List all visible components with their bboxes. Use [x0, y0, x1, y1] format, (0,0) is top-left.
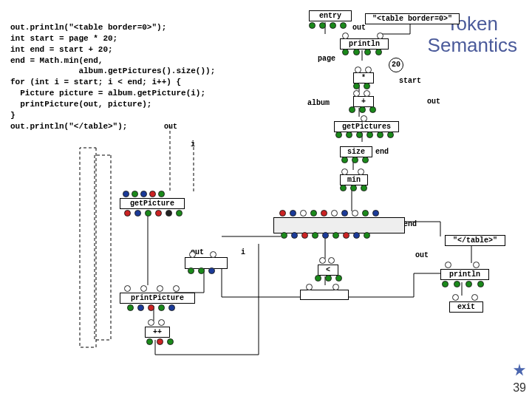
port-dot	[445, 262, 451, 268]
token-dot	[353, 83, 360, 89]
label-out-mid: out	[427, 98, 440, 106]
node-exit: exit	[449, 301, 483, 313]
token-dot	[123, 191, 129, 197]
port-dot	[306, 284, 313, 290]
token-dot	[208, 267, 215, 274]
token-dot	[312, 232, 318, 239]
node-pp: ++	[145, 327, 170, 338]
token-dot	[356, 132, 363, 138]
label-i2: i	[241, 248, 245, 256]
node-entry: entry	[309, 10, 352, 21]
token-dot	[343, 232, 349, 239]
label-start: start	[399, 77, 421, 85]
token-dot	[340, 185, 347, 191]
port-dot	[157, 285, 163, 292]
port-dot	[377, 33, 383, 39]
node-tbl-literal: "<table border=0>"	[365, 13, 460, 24]
label-out-left: out	[164, 123, 177, 131]
token-dot	[364, 232, 370, 239]
edge-layer	[0, 0, 532, 399]
token-dot	[341, 210, 348, 216]
node-star: *	[353, 72, 374, 83]
port-dot	[173, 285, 180, 292]
token-dot	[366, 132, 373, 138]
token-dot	[149, 191, 156, 197]
token-dot	[362, 210, 369, 216]
token-dot	[342, 49, 349, 55]
port-dot	[352, 210, 358, 216]
token-dot	[279, 210, 286, 216]
node-println2: println	[440, 269, 489, 280]
port-dot	[358, 168, 364, 175]
token-dot	[341, 157, 348, 163]
label-page: page	[318, 55, 335, 63]
token-dot	[127, 304, 134, 311]
token-dot	[291, 232, 298, 239]
port-dot	[328, 257, 335, 264]
token-dot	[353, 49, 360, 55]
port-dot	[332, 284, 339, 290]
token-dot	[166, 210, 172, 216]
token-dot	[332, 232, 339, 239]
label-album: album	[307, 99, 330, 107]
token-dot	[454, 281, 460, 287]
port-dot	[364, 90, 370, 97]
node-getPictures: getPictures	[334, 121, 399, 132]
token-dot	[377, 132, 383, 138]
port-dot	[353, 90, 360, 97]
port-dot	[471, 294, 478, 301]
token-dot	[369, 106, 376, 113]
token-dot	[140, 191, 147, 197]
port-dot	[124, 285, 131, 292]
token-dot	[387, 132, 394, 138]
node-getPicture: getPicture	[120, 198, 185, 209]
token-dot	[375, 49, 382, 55]
port-dot	[140, 285, 147, 292]
label-end2: end	[403, 220, 417, 228]
token-dot	[309, 22, 316, 29]
port-dot	[355, 66, 361, 73]
label-i: i	[191, 140, 195, 149]
node-size: size	[340, 146, 372, 157]
token-dot	[124, 210, 131, 216]
token-dot	[198, 267, 205, 274]
token-dot	[301, 232, 308, 239]
token-dot	[359, 106, 366, 113]
port-dot	[148, 319, 154, 326]
token-dot	[148, 304, 154, 311]
token-dot	[350, 185, 357, 191]
port-dot	[473, 262, 480, 268]
token-dot	[335, 132, 342, 138]
token-dot	[322, 232, 329, 239]
token-dot	[346, 132, 352, 138]
token-dot	[340, 22, 347, 29]
node-lt: <	[318, 265, 338, 276]
node-20: 20	[389, 58, 403, 72]
token-dot	[349, 106, 355, 113]
node-println1: println	[340, 38, 389, 50]
token-dot	[290, 210, 296, 216]
port-dot	[341, 168, 348, 175]
token-dot	[352, 157, 358, 163]
token-dot	[442, 281, 449, 287]
port-dot	[158, 319, 165, 326]
port-dot	[210, 251, 216, 258]
port-dot	[189, 251, 196, 258]
node-branch	[300, 290, 349, 300]
token-dot	[145, 210, 151, 216]
token-dot	[362, 157, 369, 163]
port-dot	[331, 210, 338, 216]
token-dot	[315, 275, 321, 282]
token-dot	[281, 232, 287, 239]
token-dot	[134, 210, 141, 216]
port-dot	[361, 115, 367, 122]
token-dot	[132, 191, 138, 197]
port-dot	[300, 210, 307, 216]
node-closetbl: "</table>"	[445, 235, 505, 246]
node-printPicture: printPicture	[120, 293, 195, 304]
label-out-top: out	[352, 24, 366, 32]
port-dot	[342, 33, 349, 39]
token-dot	[335, 275, 342, 282]
port-dot	[452, 294, 459, 301]
label-out-right: out	[415, 251, 429, 259]
